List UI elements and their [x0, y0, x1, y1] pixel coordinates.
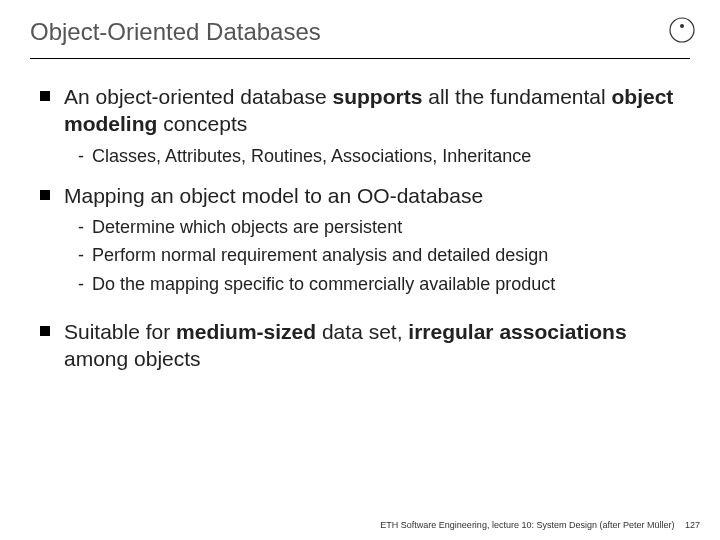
slide-body: An object-oriented database supports all…: [30, 83, 690, 373]
sub-text: Classes, Attributes, Routines, Associati…: [92, 144, 531, 168]
square-bullet-icon: [40, 91, 50, 101]
sub-item: - Classes, Attributes, Routines, Associa…: [78, 144, 682, 168]
sub-item: - Determine which objects are persistent: [78, 215, 682, 239]
page-number: 127: [685, 520, 700, 530]
bullet-item: Suitable for medium-sized data set, irre…: [40, 318, 682, 373]
footer-text: ETH Software Engineering, lecture 10: Sy…: [380, 520, 674, 530]
sub-text: Do the mapping specific to commercially …: [92, 272, 555, 296]
sub-item: - Perform normal requirement analysis an…: [78, 243, 682, 267]
bullet-text: Suitable for medium-sized data set, irre…: [64, 318, 682, 373]
divider: [30, 58, 690, 59]
slide: Object-Oriented Databases An object-orie…: [0, 0, 720, 540]
svg-point-1: [680, 24, 684, 28]
sub-text: Perform normal requirement analysis and …: [92, 243, 548, 267]
dash-icon: -: [78, 243, 92, 267]
bullet-item: Mapping an object model to an OO-databas…: [40, 182, 682, 209]
footer: ETH Software Engineering, lecture 10: Sy…: [380, 520, 700, 530]
square-bullet-icon: [40, 326, 50, 336]
square-bullet-icon: [40, 190, 50, 200]
eth-logo-icon: [668, 16, 696, 48]
dash-icon: -: [78, 272, 92, 296]
sub-item: - Do the mapping specific to commerciall…: [78, 272, 682, 296]
svg-point-0: [670, 18, 694, 42]
bullet-item: An object-oriented database supports all…: [40, 83, 682, 138]
dash-icon: -: [78, 144, 92, 168]
dash-icon: -: [78, 215, 92, 239]
slide-title: Object-Oriented Databases: [30, 18, 690, 56]
bullet-text: Mapping an object model to an OO-databas…: [64, 182, 483, 209]
sub-text: Determine which objects are persistent: [92, 215, 402, 239]
bullet-text: An object-oriented database supports all…: [64, 83, 682, 138]
